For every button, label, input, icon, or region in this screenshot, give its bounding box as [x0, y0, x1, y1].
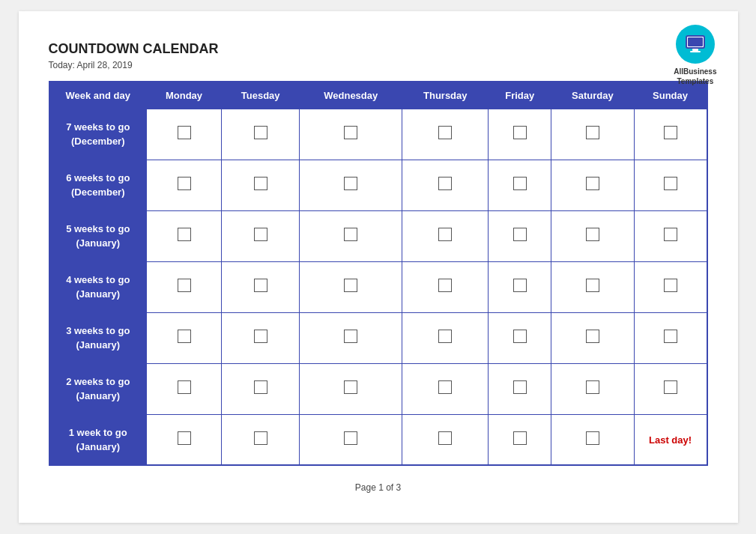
- checkbox-cell[interactable]: [222, 312, 300, 363]
- checkbox-icon[interactable]: [254, 380, 267, 394]
- checkbox-icon[interactable]: [586, 279, 599, 292]
- checkbox-icon[interactable]: [438, 177, 452, 190]
- checkbox-cell[interactable]: [147, 414, 222, 465]
- checkbox-icon[interactable]: [586, 228, 599, 241]
- checkbox-cell[interactable]: [634, 363, 707, 414]
- checkbox-cell[interactable]: [402, 312, 489, 363]
- checkbox-cell[interactable]: [300, 160, 402, 210]
- checkbox-cell[interactable]: [222, 109, 300, 160]
- checkbox-icon[interactable]: [513, 126, 527, 139]
- checkbox-icon[interactable]: [344, 330, 357, 343]
- checkbox-cell[interactable]: [551, 414, 635, 465]
- checkbox-icon[interactable]: [438, 330, 452, 343]
- checkbox-cell[interactable]: [489, 160, 551, 210]
- checkbox-icon[interactable]: [254, 228, 267, 241]
- checkbox-icon[interactable]: [664, 228, 677, 241]
- checkbox-icon[interactable]: [586, 431, 599, 445]
- checkbox-icon[interactable]: [664, 330, 677, 343]
- checkbox-cell[interactable]: [147, 363, 222, 414]
- checkbox-icon[interactable]: [344, 279, 357, 292]
- checkbox-cell[interactable]: [551, 363, 635, 414]
- checkbox-cell[interactable]: [402, 160, 489, 210]
- checkbox-icon[interactable]: [344, 126, 357, 139]
- checkbox-cell[interactable]: [147, 261, 222, 312]
- checkbox-icon[interactable]: [438, 380, 452, 394]
- checkbox-cell[interactable]: [489, 261, 551, 312]
- checkbox-cell[interactable]: [551, 109, 635, 160]
- table-row: 5 weeks to go(January): [49, 210, 707, 261]
- checkbox-icon[interactable]: [254, 431, 267, 445]
- checkbox-icon[interactable]: [254, 330, 267, 343]
- checkbox-cell[interactable]: [300, 363, 402, 414]
- checkbox-icon[interactable]: [438, 431, 452, 445]
- checkbox-icon[interactable]: [513, 431, 527, 445]
- checkbox-icon[interactable]: [513, 177, 527, 190]
- checkbox-cell[interactable]: [489, 414, 551, 465]
- checkbox-icon[interactable]: [438, 228, 452, 241]
- today-label: Today: April 28, 2019: [49, 60, 708, 70]
- checkbox-icon[interactable]: [513, 330, 527, 343]
- checkbox-icon[interactable]: [438, 279, 452, 292]
- checkbox-cell[interactable]: [634, 160, 707, 210]
- checkbox-cell[interactable]: [634, 109, 707, 160]
- checkbox-cell[interactable]: [551, 210, 635, 261]
- last-day-cell[interactable]: Last day!: [634, 414, 707, 465]
- checkbox-icon[interactable]: [664, 177, 677, 190]
- checkbox-cell[interactable]: [300, 210, 402, 261]
- checkbox-icon[interactable]: [178, 380, 191, 394]
- checkbox-icon[interactable]: [586, 177, 599, 190]
- checkbox-cell[interactable]: [222, 414, 300, 465]
- checkbox-cell[interactable]: [402, 210, 489, 261]
- checkbox-icon[interactable]: [344, 380, 357, 394]
- checkbox-icon[interactable]: [344, 177, 357, 190]
- checkbox-cell[interactable]: [489, 312, 551, 363]
- checkbox-cell[interactable]: [551, 160, 635, 210]
- checkbox-icon[interactable]: [254, 126, 267, 139]
- checkbox-icon[interactable]: [664, 126, 677, 139]
- checkbox-cell[interactable]: [489, 109, 551, 160]
- checkbox-cell[interactable]: [300, 414, 402, 465]
- checkbox-icon[interactable]: [586, 330, 599, 343]
- checkbox-cell[interactable]: [634, 261, 707, 312]
- checkbox-cell[interactable]: [300, 312, 402, 363]
- checkbox-icon[interactable]: [438, 126, 452, 139]
- checkbox-cell[interactable]: [634, 312, 707, 363]
- checkbox-icon[interactable]: [664, 380, 677, 394]
- checkbox-cell[interactable]: [147, 312, 222, 363]
- checkbox-icon[interactable]: [664, 279, 677, 292]
- checkbox-icon[interactable]: [513, 380, 527, 394]
- checkbox-cell[interactable]: [222, 210, 300, 261]
- checkbox-cell[interactable]: [489, 210, 551, 261]
- week-label-cell: 4 weeks to go(January): [49, 261, 147, 312]
- checkbox-icon[interactable]: [178, 279, 191, 292]
- checkbox-cell[interactable]: [402, 414, 489, 465]
- checkbox-cell[interactable]: [147, 160, 222, 210]
- checkbox-cell[interactable]: [402, 363, 489, 414]
- checkbox-icon[interactable]: [178, 431, 191, 445]
- checkbox-cell[interactable]: [222, 261, 300, 312]
- checkbox-icon[interactable]: [178, 126, 191, 139]
- checkbox-icon[interactable]: [344, 431, 357, 445]
- checkbox-icon[interactable]: [513, 279, 527, 292]
- checkbox-icon[interactable]: [254, 177, 267, 190]
- checkbox-icon[interactable]: [586, 380, 599, 394]
- checkbox-cell[interactable]: [222, 363, 300, 414]
- checkbox-cell[interactable]: [300, 261, 402, 312]
- checkbox-cell[interactable]: [489, 363, 551, 414]
- checkbox-icon[interactable]: [513, 228, 527, 241]
- checkbox-cell[interactable]: [147, 210, 222, 261]
- checkbox-cell[interactable]: [551, 261, 635, 312]
- checkbox-cell[interactable]: [222, 160, 300, 210]
- checkbox-icon[interactable]: [178, 228, 191, 241]
- checkbox-icon[interactable]: [178, 330, 191, 343]
- checkbox-cell[interactable]: [551, 312, 635, 363]
- checkbox-cell[interactable]: [402, 109, 489, 160]
- checkbox-cell[interactable]: [402, 261, 489, 312]
- checkbox-cell[interactable]: [300, 109, 402, 160]
- checkbox-cell[interactable]: [147, 109, 222, 160]
- checkbox-icon[interactable]: [178, 177, 191, 190]
- checkbox-cell[interactable]: [634, 210, 707, 261]
- checkbox-icon[interactable]: [344, 228, 357, 241]
- checkbox-icon[interactable]: [586, 126, 599, 139]
- checkbox-icon[interactable]: [254, 279, 267, 292]
